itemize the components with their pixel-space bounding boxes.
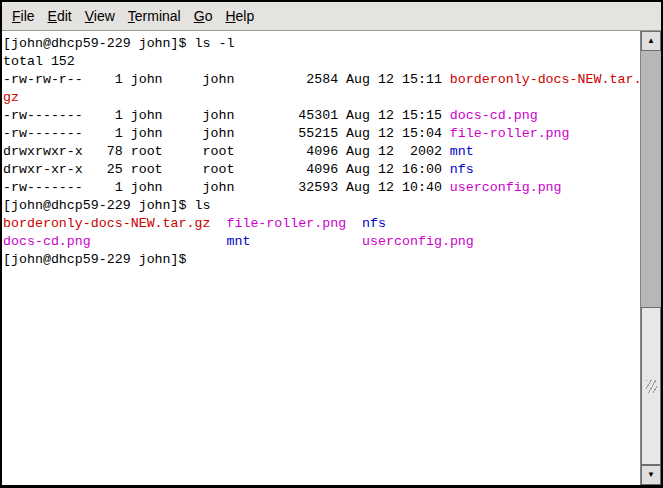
menu-file[interactable]: File xyxy=(6,4,41,28)
scrollbar-grip-icon xyxy=(646,380,657,393)
terminal-text-segment: borderonly-docs-NEW.tar. xyxy=(450,72,640,87)
terminal-text-segment: userconfig.png xyxy=(450,180,562,195)
scrollbar-trough[interactable] xyxy=(641,51,661,465)
terminal-text-segment xyxy=(250,234,362,249)
terminal-text-segment: file-roller.png xyxy=(450,126,570,141)
terminal-text-segment: mnt xyxy=(226,234,250,249)
terminal-text-segment: nfs xyxy=(450,162,474,177)
terminal-line: borderonly-docs-NEW.tar.gz file-roller.p… xyxy=(3,215,640,233)
menu-view[interactable]: View xyxy=(79,4,121,28)
menu-help[interactable]: Help xyxy=(219,4,260,28)
scrollbar-thumb[interactable] xyxy=(641,307,661,465)
terminal-window: FileEditViewTerminalGoHelp [john@dhcp59-… xyxy=(2,2,661,485)
terminal-text-segment: -rw------- 1 john john 32593 Aug 12 10:4… xyxy=(3,180,450,195)
terminal-line: [john@dhcp59-229 john]$ ls xyxy=(3,197,640,215)
terminal-text-segment: [john@dhcp59-229 john]$ ls -l xyxy=(3,36,234,51)
terminal-line: total 152 xyxy=(3,53,640,71)
terminal-line: -rw-rw-r-- 1 john john 2584 Aug 12 15:11… xyxy=(3,71,640,89)
terminal-text-segment: nfs xyxy=(362,216,386,231)
terminal-text-segment: -rw------- 1 john john 55215 Aug 12 15:0… xyxy=(3,126,450,141)
terminal-text-segment: docs-cd.png xyxy=(3,234,91,249)
window-content: [john@dhcp59-229 john]$ ls -ltotal 152-r… xyxy=(2,31,661,485)
menu-go[interactable]: Go xyxy=(188,4,219,28)
terminal-text-segment: file-roller.png xyxy=(226,216,346,231)
terminal-output[interactable]: [john@dhcp59-229 john]$ ls -ltotal 152-r… xyxy=(2,31,640,485)
scroll-down-button[interactable]: ▼ xyxy=(641,465,661,485)
scroll-down-icon: ▼ xyxy=(647,471,655,479)
terminal-line: [john@dhcp59-229 john]$ xyxy=(3,251,640,269)
terminal-text-segment: [john@dhcp59-229 john]$ xyxy=(3,252,195,267)
terminal-line: drwxr-xr-x 25 root root 4096 Aug 12 16:0… xyxy=(3,161,640,179)
terminal-text-segment: userconfig.png xyxy=(362,234,474,249)
terminal-text-segment xyxy=(210,216,226,231)
terminal-line: docs-cd.png mnt userconfig.png xyxy=(3,233,640,251)
scroll-up-icon: ▲ xyxy=(647,37,655,45)
terminal-text-segment: [john@dhcp59-229 john]$ ls xyxy=(3,198,210,213)
terminal-text-segment: -rw-rw-r-- 1 john john 2584 Aug 12 15:11 xyxy=(3,72,450,87)
terminal-text-segment xyxy=(91,234,227,249)
terminal-line: gz xyxy=(3,89,640,107)
scrollbar[interactable]: ▲ ▼ xyxy=(640,31,661,485)
terminal-line: drwxrwxr-x 78 root root 4096 Aug 12 2002… xyxy=(3,143,640,161)
scroll-up-button[interactable]: ▲ xyxy=(641,31,661,51)
menu-edit[interactable]: Edit xyxy=(42,4,78,28)
terminal-text-segment: mnt xyxy=(450,144,474,159)
terminal-text-segment: docs-cd.png xyxy=(450,108,538,123)
terminal-line: -rw------- 1 john john 45301 Aug 12 15:1… xyxy=(3,107,640,125)
menu-terminal[interactable]: Terminal xyxy=(122,4,187,28)
terminal-line: [john@dhcp59-229 john]$ ls -l xyxy=(3,35,640,53)
terminal-text-segment: total 152 xyxy=(3,54,75,69)
terminal-text-segment: drwxrwxr-x 78 root root 4096 Aug 12 2002 xyxy=(3,144,450,159)
terminal-text-segment: drwxr-xr-x 25 root root 4096 Aug 12 16:0… xyxy=(3,162,450,177)
terminal-text-segment: -rw------- 1 john john 45301 Aug 12 15:1… xyxy=(3,108,450,123)
terminal-text-segment: borderonly-docs-NEW.tar.gz xyxy=(3,216,210,231)
terminal-line: -rw------- 1 john john 55215 Aug 12 15:0… xyxy=(3,125,640,143)
terminal-line: -rw------- 1 john john 32593 Aug 12 10:4… xyxy=(3,179,640,197)
terminal-text-segment: gz xyxy=(3,90,19,105)
menubar: FileEditViewTerminalGoHelp xyxy=(2,2,661,31)
terminal-text-segment xyxy=(346,216,362,231)
